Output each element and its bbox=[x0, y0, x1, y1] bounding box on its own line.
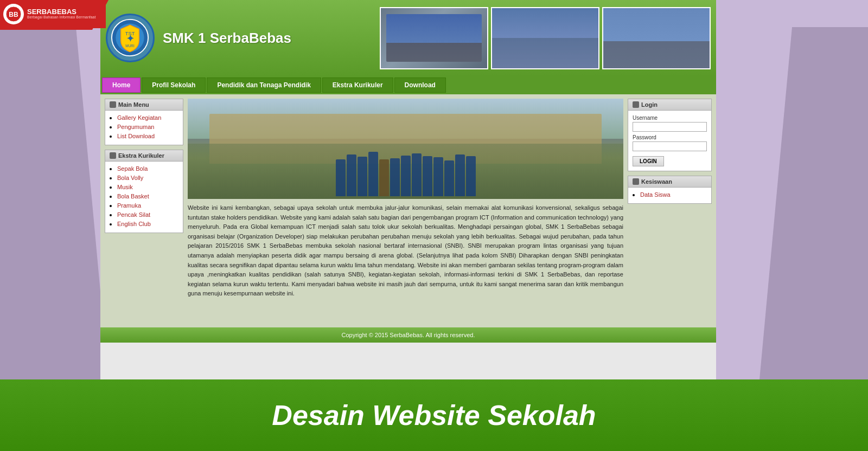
header-photo-3 bbox=[602, 7, 711, 69]
svg-text:BB: BB bbox=[9, 11, 18, 18]
kesiswaan-section: Kesiswaan Data Siswa bbox=[628, 176, 712, 204]
pengumuman-link[interactable]: Pengumuman bbox=[117, 124, 155, 130]
site-footer: Copyright © 2015 SerbaBebas. All rights … bbox=[100, 327, 716, 343]
header-photo-2 bbox=[491, 7, 599, 69]
nav-ekstra[interactable]: Ekstra Kurikuler bbox=[322, 78, 393, 93]
bg-diagonal-right bbox=[760, 27, 868, 379]
article-text: Website ini kami kembangkan, sebagai upa… bbox=[188, 203, 623, 299]
brand-logo-circle: BB bbox=[3, 4, 24, 24]
list-item: English Club bbox=[117, 220, 178, 228]
login-icon bbox=[633, 101, 639, 108]
brand-logo-area: BB SERBABEBAS Berbagai Bahasan Informasi… bbox=[0, 0, 106, 28]
login-header: Login bbox=[628, 99, 711, 111]
nav-download[interactable]: Download bbox=[394, 78, 446, 93]
list-item: Pencak Silat bbox=[117, 211, 178, 218]
login-form: Username Password LOGIN bbox=[628, 111, 711, 171]
svg-text:MURI: MURI bbox=[125, 44, 135, 48]
pramuka-link[interactable]: Pramuka bbox=[117, 202, 141, 209]
school-logo-icon: ✦ TST MURI bbox=[111, 19, 149, 57]
main-menu-section: Main Menu Gallery Kegiatan Pengumuman Li… bbox=[105, 99, 183, 145]
ekstra-menu-section: Ekstra Kurikuler Sepak Bola Bola Volly M… bbox=[105, 150, 183, 233]
bola-volly-link[interactable]: Bola Volly bbox=[117, 175, 143, 181]
password-field: Password bbox=[633, 134, 707, 151]
nav-home[interactable]: Home bbox=[102, 78, 141, 93]
list-item: Data Siswa bbox=[640, 191, 707, 198]
group-photo bbox=[188, 99, 623, 199]
website-container: ✦ TST MURI SMK 1 SerbaBebas bbox=[100, 0, 716, 379]
main-content: Website ini kami kembangkan, sebagai upa… bbox=[183, 99, 628, 323]
brand-logo-icon: BB bbox=[5, 6, 22, 22]
menu-icon bbox=[110, 101, 116, 108]
username-label: Username bbox=[633, 115, 707, 121]
data-siswa-link[interactable]: Data Siswa bbox=[640, 191, 671, 198]
kesiswaan-content: Data Siswa bbox=[628, 188, 711, 203]
site-header: ✦ TST MURI SMK 1 SerbaBebas bbox=[100, 0, 716, 76]
main-menu-header: Main Menu bbox=[105, 99, 183, 111]
password-input[interactable] bbox=[633, 141, 707, 151]
main-menu-content: Gallery Kegiatan Pengumuman List Downloa… bbox=[105, 111, 183, 145]
kesiswaan-list: Data Siswa bbox=[633, 191, 707, 198]
kesiswaan-header: Kesiswaan bbox=[628, 176, 711, 188]
username-field: Username bbox=[633, 115, 707, 132]
nav-pendidik[interactable]: Pendidik dan Tenaga Pendidik bbox=[207, 78, 321, 93]
kesiswaan-icon bbox=[633, 178, 639, 185]
main-menu-list: Gallery Kegiatan Pengumuman List Downloa… bbox=[110, 114, 178, 140]
ekstra-menu-header: Ekstra Kurikuler bbox=[105, 150, 183, 162]
bottom-banner-text: Desain Website Sekolah bbox=[272, 399, 596, 431]
list-item: Sepak Bola bbox=[117, 165, 178, 172]
nav-profil[interactable]: Profil Sekolah bbox=[142, 78, 206, 93]
content-area: Main Menu Gallery Kegiatan Pengumuman Li… bbox=[100, 94, 716, 327]
list-item: Bola Volly bbox=[117, 174, 178, 182]
list-item: Bola Basket bbox=[117, 192, 178, 200]
list-item: Gallery Kegiatan bbox=[117, 114, 178, 121]
bola-basket-link[interactable]: Bola Basket bbox=[117, 193, 149, 199]
right-sidebar: Login Username Password LOGIN bbox=[628, 99, 712, 323]
ekstra-menu-list: Sepak Bola Bola Volly Musik Bola Basket … bbox=[110, 165, 178, 228]
ekstra-menu-content: Sepak Bola Bola Volly Musik Bola Basket … bbox=[105, 162, 183, 233]
header-photos bbox=[380, 7, 711, 69]
list-item: Pengumuman bbox=[117, 123, 178, 131]
login-box: Login Username Password LOGIN bbox=[628, 99, 712, 171]
username-input[interactable] bbox=[633, 122, 707, 132]
site-title: SMK 1 SerbaBebas bbox=[163, 30, 291, 47]
list-item: Musik bbox=[117, 183, 178, 191]
nav-bar: Home Profil Sekolah Pendidik dan Tenaga … bbox=[100, 76, 716, 94]
list-download-link[interactable]: List Download bbox=[117, 133, 155, 139]
left-sidebar: Main Menu Gallery Kegiatan Pengumuman Li… bbox=[105, 99, 183, 323]
english-club-link[interactable]: English Club bbox=[117, 221, 151, 227]
ekstra-icon bbox=[110, 152, 116, 159]
svg-text:TST: TST bbox=[125, 31, 135, 36]
list-item: Pramuka bbox=[117, 202, 178, 209]
musik-link[interactable]: Musik bbox=[117, 184, 133, 190]
gallery-link[interactable]: Gallery Kegiatan bbox=[117, 114, 161, 121]
login-button[interactable]: LOGIN bbox=[633, 156, 664, 166]
header-photo-1 bbox=[380, 7, 488, 69]
featured-image bbox=[188, 99, 623, 199]
school-logo: ✦ TST MURI bbox=[106, 14, 155, 62]
bg-diagonal-left bbox=[0, 27, 108, 379]
copyright-text: Copyright © 2015 SerbaBebas. All rights … bbox=[342, 332, 475, 338]
password-label: Password bbox=[633, 134, 707, 140]
list-item: List Download bbox=[117, 132, 178, 140]
bottom-banner: Desain Website Sekolah bbox=[0, 379, 868, 451]
pencak-silat-link[interactable]: Pencak Silat bbox=[117, 211, 150, 218]
sepak-bola-link[interactable]: Sepak Bola bbox=[117, 165, 148, 172]
brand-text: SERBABEBAS Berbagai Bahasan Informasi Be… bbox=[27, 8, 95, 20]
